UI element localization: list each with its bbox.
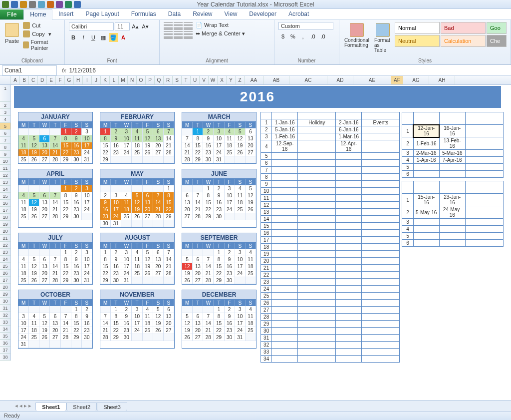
row-header[interactable]: 19 <box>0 221 11 228</box>
table-cell[interactable] <box>298 167 336 174</box>
table-cell[interactable] <box>272 237 298 244</box>
copy-button[interactable]: Copy ▾ <box>23 30 60 37</box>
table-cell[interactable] <box>336 181 362 188</box>
table-cell[interactable] <box>336 153 362 160</box>
table-cell[interactable] <box>298 342 336 349</box>
table-cell[interactable] <box>413 226 439 233</box>
style-cell-calculation[interactable]: Calculation <box>441 35 486 47</box>
row-header[interactable]: 36 <box>0 340 11 347</box>
table-header[interactable]: Description <box>362 112 400 119</box>
row-headers[interactable]: 1234567891011121314151617181920212223242… <box>0 85 11 361</box>
col-header[interactable]: R <box>164 76 173 84</box>
table-cell[interactable]: 4 <box>402 226 413 233</box>
col-header[interactable]: F <box>56 76 65 84</box>
tab-developer[interactable]: Developer <box>243 9 282 19</box>
table-cell[interactable]: 1-Apr-16 <box>413 157 439 164</box>
format-painter-button[interactable]: Format Painter <box>23 39 60 51</box>
table-cell[interactable] <box>272 174 298 181</box>
row-header[interactable]: 22 <box>0 242 11 249</box>
style-cell-normal[interactable]: Normal <box>395 22 440 34</box>
row-header[interactable]: 27 <box>0 277 11 284</box>
column-headers[interactable]: ABCDEFGHIJKLMNOPQRSTUVWXYZAAABACADAEAFAG… <box>0 76 511 85</box>
table-cell[interactable] <box>298 272 336 279</box>
table-cell[interactable] <box>336 356 362 363</box>
table-cell[interactable] <box>298 293 336 300</box>
table-cell[interactable] <box>298 300 336 307</box>
table-cell[interactable] <box>272 251 298 258</box>
table-cell[interactable] <box>272 258 298 265</box>
sheet-tab-sheet1[interactable]: Sheet1 <box>35 403 66 411</box>
col-header[interactable]: B <box>20 76 29 84</box>
row-header[interactable]: 38 <box>0 354 11 361</box>
table-cell[interactable] <box>362 223 400 230</box>
table-cell[interactable]: 12 <box>261 202 272 209</box>
table-cell[interactable]: 5-Jan-16 <box>272 126 298 133</box>
font-color-button[interactable]: A <box>119 33 128 42</box>
table-cell[interactable] <box>272 167 298 174</box>
table-cell[interactable] <box>336 216 362 223</box>
table-cell[interactable] <box>413 219 439 226</box>
underline-button[interactable]: U <box>89 33 98 42</box>
table-cell[interactable] <box>362 202 400 209</box>
table-cell[interactable] <box>298 279 336 286</box>
table-cell[interactable] <box>336 307 362 314</box>
table-cell[interactable] <box>336 342 362 349</box>
table-header[interactable]: End Date <box>439 112 465 125</box>
table-cell[interactable] <box>336 300 362 307</box>
row-header[interactable]: 30 <box>0 298 11 305</box>
table-header[interactable]: Start Date <box>413 181 439 194</box>
table-cell[interactable] <box>336 209 362 216</box>
row-header[interactable]: 6 <box>0 130 11 137</box>
table-cell[interactable] <box>362 258 400 265</box>
table-cell[interactable] <box>439 219 465 226</box>
table-header[interactable]: Start Date <box>413 112 439 125</box>
row-header[interactable]: 9 <box>0 151 11 158</box>
table-cell[interactable] <box>362 188 400 195</box>
table-cell[interactable]: 28 <box>261 314 272 321</box>
table-cell[interactable] <box>272 335 298 342</box>
table-cell[interactable] <box>362 195 400 202</box>
table-cell[interactable] <box>298 258 336 265</box>
grow-font-button[interactable]: A▴ <box>131 22 140 31</box>
table-cell[interactable] <box>336 188 362 195</box>
table-cell[interactable]: 4 <box>261 140 272 153</box>
table-cell[interactable] <box>298 237 336 244</box>
bold-button[interactable]: B <box>69 33 78 42</box>
tab-review[interactable]: Review <box>187 9 218 19</box>
table-cell[interactable]: 27 <box>261 307 272 314</box>
table-cell[interactable]: 23 <box>261 279 272 286</box>
qat-icon[interactable] <box>65 1 72 8</box>
col-header[interactable]: W <box>209 76 218 84</box>
row-header[interactable]: 29 <box>0 291 11 298</box>
table-cell[interactable] <box>272 272 298 279</box>
table-cell[interactable] <box>298 321 336 328</box>
table-cell[interactable] <box>298 202 336 209</box>
table-cell[interactable] <box>298 174 336 181</box>
table-header[interactable]: Description <box>465 112 503 125</box>
tab-home[interactable]: Home <box>23 9 52 20</box>
percent-button[interactable]: % <box>288 32 297 41</box>
row-header[interactable]: 3 <box>0 109 11 116</box>
row-header[interactable]: 11 <box>0 165 11 172</box>
row-header[interactable]: 25 <box>0 263 11 270</box>
table-cell[interactable]: 2 <box>261 126 272 133</box>
col-header[interactable]: I <box>83 76 92 84</box>
col-header[interactable]: AE <box>353 76 391 84</box>
table-cell[interactable] <box>362 321 400 328</box>
table-cell[interactable] <box>362 251 400 258</box>
table-cell[interactable] <box>298 140 336 153</box>
formula-value[interactable]: 1/12/2016 <box>69 67 96 74</box>
table-cell[interactable] <box>272 244 298 251</box>
table-cell[interactable]: 2-Jan-16 <box>336 119 362 126</box>
table-cell[interactable] <box>298 223 336 230</box>
table-cell[interactable] <box>465 157 503 164</box>
table-cell[interactable] <box>272 286 298 293</box>
col-header[interactable]: Y <box>227 76 236 84</box>
table-cell[interactable] <box>362 167 400 174</box>
table-cell[interactable]: 31 <box>261 335 272 342</box>
italic-button[interactable]: I <box>79 33 88 42</box>
table-cell[interactable]: 1-Jan-16 <box>272 119 298 126</box>
col-header[interactable]: AB <box>263 76 289 84</box>
col-header[interactable]: A <box>11 76 20 84</box>
table-cell[interactable] <box>362 356 400 363</box>
